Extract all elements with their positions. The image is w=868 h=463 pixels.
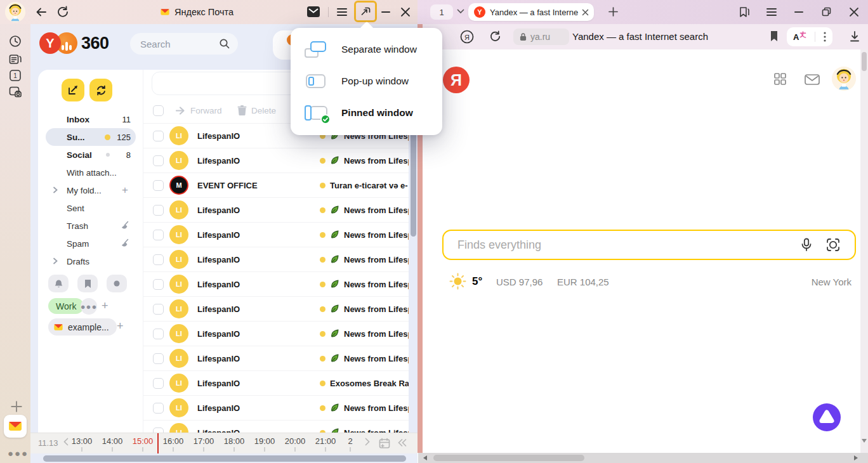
vscroll-down-arrow[interactable] <box>862 439 867 443</box>
clear-folder-icon[interactable] <box>119 238 129 249</box>
search-box[interactable] <box>442 230 856 260</box>
message-row[interactable]: LI LifespanIO News from Lifesp <box>143 148 418 173</box>
menu-item-popup-window[interactable]: Pop-up window <box>291 65 442 97</box>
tab-counter-icon[interactable]: 1 <box>8 68 22 82</box>
message-checkbox[interactable] <box>153 254 164 265</box>
timeline-slot[interactable]: 18:00 <box>219 436 249 452</box>
usd-rate[interactable]: USD 97,96 <box>496 277 542 287</box>
folder-item[interactable]: Spam <box>46 235 136 252</box>
user-avatar[interactable] <box>5 2 25 22</box>
timeline-slot[interactable]: 2 <box>341 436 360 452</box>
downloads-icon[interactable] <box>849 30 860 42</box>
bookmark-page-icon[interactable] <box>770 30 779 42</box>
folder-item[interactable]: Inbox 11 <box>46 110 136 128</box>
mail-app-icon[interactable] <box>4 415 27 438</box>
menu-item-pinned-window[interactable]: Pinned window <box>291 97 442 129</box>
timeline-next-icon[interactable] <box>364 438 371 446</box>
timeline-slot[interactable]: 17:00 <box>188 436 219 452</box>
add-event-icon[interactable] <box>378 437 391 450</box>
page-title[interactable]: Yandex — a fast Internet search <box>572 24 708 49</box>
message-row[interactable]: LI LifespanIO News from Lifesp <box>143 222 418 247</box>
page-hscroll-thumb[interactable] <box>433 455 584 461</box>
message-checkbox[interactable] <box>153 155 164 166</box>
message-checkbox[interactable] <box>153 353 164 364</box>
timeline-slot[interactable]: 13:00 <box>67 436 97 452</box>
message-row[interactable]: LI LifespanIO News from Lifesp <box>143 395 418 420</box>
add-account-icon[interactable]: + <box>117 320 124 333</box>
collapse-timeline-icon[interactable] <box>397 438 407 447</box>
timeline-slot[interactable]: 21:00 <box>310 436 341 452</box>
message-row[interactable]: LI LifespanIO News from Lifesp <box>143 321 418 346</box>
window-mode-button-highlighted[interactable] <box>354 1 377 22</box>
message-checkbox[interactable] <box>153 403 164 414</box>
yandex-logo[interactable]: Я <box>443 67 470 93</box>
message-checkbox[interactable] <box>153 304 164 315</box>
message-row[interactable]: LI LifespanIO Exosomes Break Rat <box>143 370 418 395</box>
message-checkbox[interactable] <box>153 131 164 141</box>
folder-item[interactable]: Social 8 <box>46 146 136 164</box>
mail-search-input[interactable]: Search <box>130 33 238 55</box>
delete-button[interactable]: Delete <box>237 105 276 115</box>
message-checkbox[interactable] <box>153 329 164 339</box>
active-tab[interactable]: Y Yandex — a fast Interne <box>468 3 594 21</box>
bookmarks-pill[interactable] <box>77 275 98 292</box>
folder-item[interactable]: Su... 125 <box>46 128 136 146</box>
back-button[interactable] <box>34 5 48 19</box>
hscroll-right-arrow[interactable] <box>854 455 858 460</box>
message-row[interactable]: LI LifespanIO News from Lifesp <box>143 346 418 370</box>
add-folder-icon[interactable]: + <box>122 186 128 195</box>
folder-item[interactable]: Drafts <box>46 252 136 270</box>
rail-more-icon[interactable]: ●●● <box>8 448 29 459</box>
message-row[interactable]: LI LifespanIO News from Lifesp <box>143 197 418 222</box>
page-vscroll-thumb[interactable] <box>862 52 867 71</box>
message-checkbox[interactable] <box>153 279 164 290</box>
folder-item[interactable]: Sent <box>46 199 136 217</box>
city-label[interactable]: New York <box>812 277 852 287</box>
image-search-icon[interactable] <box>825 237 841 252</box>
forward-button[interactable]: Forward <box>175 105 222 116</box>
search-input[interactable] <box>456 231 761 259</box>
folder-item[interactable]: My fold... + <box>46 181 136 199</box>
mail-hscroll-thumb[interactable] <box>43 455 406 462</box>
folder-item[interactable]: With attach... <box>46 164 136 181</box>
tab-close-icon[interactable] <box>582 9 589 16</box>
services-grid-icon[interactable] <box>774 73 786 85</box>
minimize-browser-button[interactable] <box>794 11 803 13</box>
clear-folder-icon[interactable] <box>119 221 129 231</box>
page-vscrollbar[interactable] <box>860 49 868 463</box>
message-checkbox[interactable] <box>153 205 164 216</box>
status-dot-pill[interactable] <box>107 275 127 292</box>
message-checkbox[interactable] <box>153 230 164 240</box>
page-mail-icon[interactable] <box>805 74 820 85</box>
browser-logo-icon[interactable]: Я <box>459 29 475 44</box>
menu-item-separate-window[interactable]: Separate window <box>291 34 442 65</box>
restore-window-button[interactable] <box>821 6 832 17</box>
bookmarks-panel-icon[interactable] <box>738 6 750 18</box>
message-row[interactable]: LI LifespanIO News from Lifesp <box>143 296 418 321</box>
timeline-slot[interactable]: 14:00 <box>97 436 128 452</box>
add-panel-icon[interactable] <box>10 400 23 414</box>
new-tab-button[interactable] <box>608 6 619 17</box>
alice-assistant-button[interactable] <box>813 403 841 431</box>
voice-search-icon[interactable] <box>799 237 814 252</box>
tab-group-pill[interactable]: 1 <box>430 4 453 20</box>
compose-button[interactable] <box>62 79 84 101</box>
timeline-slot[interactable]: 15:00 <box>128 436 158 452</box>
folder-item[interactable]: Trash <box>46 217 136 235</box>
mail-hscroll-track[interactable] <box>30 453 418 463</box>
timeline-slot[interactable]: 19:00 <box>249 436 280 452</box>
refresh-button[interactable] <box>56 5 70 19</box>
label-work[interactable]: Work <box>48 298 84 314</box>
add-label-icon[interactable]: + <box>102 299 109 313</box>
select-all-checkbox[interactable] <box>153 105 164 116</box>
url-badge[interactable]: ya.ru <box>513 29 569 45</box>
page-user-avatar[interactable] <box>832 67 856 91</box>
account-pill[interactable]: example... <box>48 318 117 336</box>
labels-more-button[interactable]: ●●● <box>81 298 97 315</box>
eur-rate[interactable]: EUR 104,25 <box>557 277 609 287</box>
reload-page-button[interactable] <box>489 30 502 43</box>
tab-group-chevron-icon[interactable] <box>457 9 464 14</box>
feed-icon[interactable] <box>8 53 22 67</box>
message-row[interactable]: LI LifespanIO News from Lifesp <box>143 247 418 271</box>
close-button[interactable] <box>400 7 411 17</box>
